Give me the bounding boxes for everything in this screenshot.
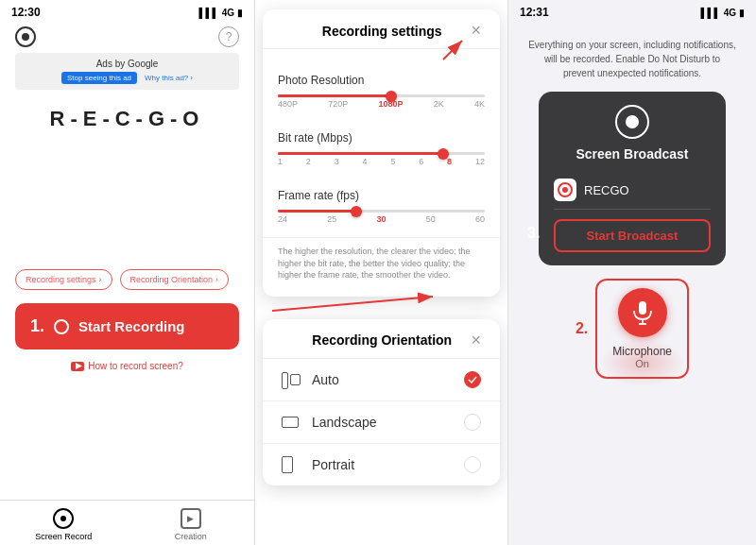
svg-rect-7 (639, 301, 646, 315)
recording-settings-modal: Recording settings × Photo Resolution (263, 9, 500, 297)
svg-marker-0 (76, 363, 82, 369)
creation-nav-icon: ▶ (180, 508, 201, 529)
broadcast-inner-dot (626, 115, 639, 128)
battery-icon: ▮ (237, 8, 243, 18)
recgo-row: RECGO (554, 171, 711, 210)
up-arrow-svg (415, 36, 472, 64)
step-3-label: 3. (527, 225, 540, 242)
auto-orient-icon (282, 370, 301, 389)
close-orientation-button[interactable]: × (467, 331, 485, 350)
orientation-landscape-item[interactable]: Landscape (263, 401, 500, 444)
arrow-up-area (263, 49, 500, 64)
p1-header: ? (0, 23, 254, 53)
battery-icon-3: ▮ (739, 8, 745, 18)
how-to-link[interactable]: How to record screen? (0, 353, 254, 379)
settings-note: The higher the resolution, the clearer t… (263, 237, 500, 289)
panel-2: Recording settings × Photo Resolution (255, 0, 508, 545)
orient-arrow-svg (263, 287, 452, 315)
chevron-right-icon-settings: › (99, 275, 102, 284)
svg-line-6 (272, 297, 433, 311)
recording-orientation-button[interactable]: Recording Orientation › (120, 269, 230, 290)
network-label: 4G (222, 8, 234, 18)
landscape-check-icon (464, 414, 481, 431)
ads-banner: Ads by Google Stop seeing this ad Why th… (15, 53, 239, 90)
photo-resolution-label: Photo Resolution (278, 74, 485, 87)
broadcast-title: Screen Broadcast (554, 146, 711, 162)
nav-screen-record[interactable]: Screen Record (0, 508, 128, 541)
recgo-small-icon (558, 182, 573, 197)
bitrate-section: Bit rate (Mbps) 1 2 3 4 5 6 8 12 (263, 122, 500, 179)
screen-record-nav-icon (53, 508, 74, 529)
mic-box-container: Microphone On (595, 279, 689, 379)
nav-creation[interactable]: ▶ Creation (128, 508, 255, 541)
chevron-right-icon-orient: › (215, 275, 218, 284)
step-2-label: 2. (576, 320, 588, 337)
broadcast-container: Screen Broadcast RECGO 3. Start Broadcas… (524, 92, 741, 265)
app-logo: R-E-C-G-O (0, 90, 254, 145)
step-1-label: 1. (30, 316, 44, 336)
framerate-label: Frame rate (fps) (278, 189, 485, 202)
status-time-1: 12:30 (11, 6, 41, 19)
arrow-orient-area (263, 297, 500, 315)
question-icon[interactable]: ? (218, 26, 239, 47)
ads-title: Ads by Google (25, 59, 230, 69)
orientation-auto-item[interactable]: Auto (263, 359, 500, 401)
framerate-section: Frame rate (fps) 24 25 30 50 60 (263, 179, 500, 237)
status-icons-1: ▌▌▌ 4G ▮ (198, 8, 243, 18)
status-time-3: 12:31 (520, 6, 549, 19)
resolution-slider[interactable]: 480P 720P 1080P 2K 4K (278, 94, 485, 109)
broadcast-icon-area (554, 105, 711, 139)
mic-svg-icon (632, 300, 653, 325)
svg-line-4 (443, 41, 462, 60)
start-recording-button[interactable]: 1. Start Recording (15, 303, 239, 349)
start-recording-label: Start Recording (78, 318, 185, 334)
bottom-navigation: Screen Record ▶ Creation (0, 500, 254, 545)
auto-check-icon (464, 371, 481, 388)
settings-buttons-row: Recording settings › Recording Orientati… (0, 265, 254, 294)
screen-broadcast-box: Screen Broadcast RECGO 3. Start Broadcas… (539, 92, 726, 265)
broadcast-circle-icon (615, 105, 649, 139)
microphone-button[interactable] (618, 288, 667, 337)
recgo-name-label: RECGO (584, 183, 629, 197)
bitrate-label: Bit rate (Mbps) (278, 131, 485, 145)
signal-icon-3: ▌▌▌ (700, 8, 720, 18)
bitrate-slider[interactable]: 1 2 3 4 5 6 8 12 (278, 152, 485, 166)
panel-1: 12:30 ▌▌▌ 4G ▮ ? Ads by Google Stop seei… (0, 0, 255, 545)
record-icon-header (15, 26, 36, 47)
youtube-icon (71, 362, 84, 371)
orientation-portrait-item[interactable]: Portrait (263, 444, 500, 485)
photo-resolution-section: Photo Resolution 480P 720P 1080P 2K 4K (263, 64, 500, 122)
stop-seeing-button[interactable]: Stop seeing this ad (61, 72, 137, 84)
portrait-check-icon (464, 456, 481, 473)
panel-3: 12:31 ▌▌▌ 4G ▮ Everything on your screen… (508, 0, 756, 545)
orientation-title: Recording Orientation (297, 332, 467, 348)
recording-settings-button[interactable]: Recording settings › (15, 269, 112, 290)
orientation-header: Recording Orientation × (263, 319, 500, 359)
signal-icon: ▌▌▌ (198, 8, 218, 18)
why-ad-link[interactable]: Why this ad? › (145, 74, 193, 82)
microphone-area: 2. Microphone On (508, 279, 756, 379)
chevron-right-icon: › (190, 74, 193, 82)
framerate-slider[interactable]: 24 25 30 50 60 (278, 210, 485, 224)
recording-orientation-modal: Recording Orientation × Auto Land (263, 319, 500, 485)
portrait-orient-icon (282, 455, 301, 474)
step3-area: 3. Start Broadcast (554, 219, 711, 252)
landscape-orient-icon (282, 413, 301, 432)
status-bar-1: 12:30 ▌▌▌ 4G ▮ (0, 0, 254, 23)
start-broadcast-button[interactable]: Start Broadcast (554, 219, 711, 252)
status-icons-3: ▌▌▌ 4G ▮ (700, 8, 745, 18)
status-bar-3: 12:31 ▌▌▌ 4G ▮ (508, 0, 756, 23)
mic-glow-shadow (600, 339, 685, 386)
broadcast-description: Everything on your screen, including not… (508, 23, 756, 92)
record-dot-icon (54, 319, 69, 334)
network-label-3: 4G (724, 8, 736, 18)
recgo-logo-icon (554, 179, 576, 201)
